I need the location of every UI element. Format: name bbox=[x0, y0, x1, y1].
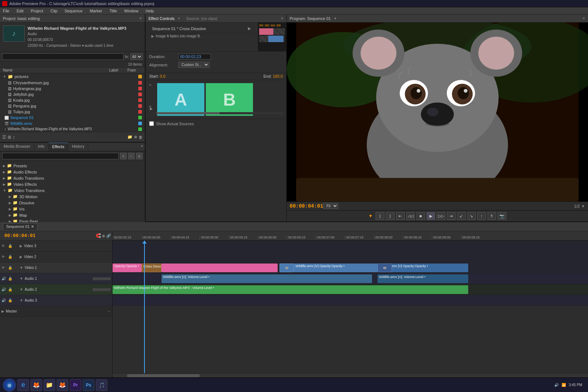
tab-history[interactable]: History bbox=[68, 143, 88, 151]
snap-btn[interactable]: 🧲 bbox=[96, 233, 101, 238]
audio-slider[interactable] bbox=[93, 277, 111, 280]
tree-video-transitions[interactable]: ▼ 📁 Video Transitions bbox=[0, 187, 145, 193]
mute-icon[interactable]: 🔊 bbox=[1, 277, 7, 281]
eye-icon[interactable]: 👁 bbox=[1, 255, 7, 259]
preview-play-icon[interactable]: ▶ bbox=[150, 107, 153, 111]
sequence-01[interactable]: ⬜ Sequence 01 bbox=[0, 115, 145, 121]
lock-icon[interactable]: 🔒 bbox=[8, 277, 13, 281]
clip-audio-wildlife1[interactable]: Wildlife.wmv [A]: Volume:Level • bbox=[162, 274, 372, 283]
effects-menu-btn[interactable]: ≡ bbox=[136, 153, 143, 159]
menu-sequence[interactable]: Sequence bbox=[63, 9, 84, 13]
project-panel-close[interactable]: ✕ bbox=[139, 16, 142, 20]
expand-icon[interactable]: ▼ bbox=[20, 287, 23, 291]
menu-window[interactable]: Window bbox=[123, 9, 140, 13]
lock-icon[interactable]: 🔒 bbox=[8, 244, 13, 248]
timeline-scrollbar[interactable] bbox=[113, 373, 588, 377]
mute-icon[interactable]: 🔊 bbox=[1, 287, 7, 291]
lock-icon[interactable]: 🔒 bbox=[8, 266, 13, 270]
lock-icon[interactable]: 🔒 bbox=[8, 298, 13, 302]
effects-search-input[interactable] bbox=[2, 153, 119, 159]
start-button[interactable]: ⊞ bbox=[3, 379, 16, 392]
step-back-btn[interactable]: ◁◁ bbox=[406, 212, 415, 220]
clip-wildlife-thumb[interactable]: 🐨 bbox=[279, 264, 294, 272]
menu-project[interactable]: Project bbox=[29, 9, 45, 13]
file-chrysanthemum[interactable]: 🖼 Chrysanthemum.jpg bbox=[0, 80, 145, 86]
preview-scrubbar[interactable] bbox=[156, 112, 283, 114]
link-btn[interactable]: 🔗 bbox=[106, 234, 111, 238]
icon-view-btn[interactable]: ⊞ bbox=[8, 135, 11, 140]
expand-icon[interactable]: ▼ bbox=[20, 277, 23, 281]
eye-icon[interactable]: 👁 bbox=[1, 266, 7, 270]
expand-icon[interactable]: ▶ bbox=[1, 309, 4, 313]
list-view-btn[interactable]: ☰ bbox=[2, 135, 6, 140]
alignment-select[interactable]: Custom St... bbox=[178, 62, 209, 68]
menu-marker[interactable]: Marker bbox=[88, 9, 103, 13]
eye-icon[interactable]: 👁 bbox=[1, 244, 7, 248]
tree-map[interactable]: ▶ 📁 Map bbox=[0, 212, 145, 218]
effect-controls-tab[interactable]: Effect Controls bbox=[148, 16, 175, 21]
timeline-tab[interactable]: Sequence 01 ✕ bbox=[3, 223, 37, 230]
file-wagner[interactable]: ♪ Wilhelm Richard Wagner-Flight of the V… bbox=[0, 126, 145, 132]
lock-icon[interactable]: 🔒 bbox=[8, 255, 13, 259]
expand-icon[interactable]: ▼ bbox=[20, 266, 23, 270]
playhead[interactable] bbox=[144, 241, 145, 373]
clip-opacity[interactable]: Opacity:Opacity • bbox=[113, 264, 142, 272]
clip-wildlife2-thumb[interactable]: 🐨 bbox=[377, 264, 392, 272]
folder-pictures[interactable]: ▼ 📁 pictures bbox=[0, 73, 145, 80]
tree-presets[interactable]: ▶ 📁 Presets bbox=[0, 163, 145, 169]
scrollbar-thumb[interactable] bbox=[127, 374, 200, 377]
lift-btn[interactable]: ↑ bbox=[477, 212, 486, 220]
extract-btn[interactable]: ⇑ bbox=[487, 212, 496, 220]
ripple-btn[interactable]: ◉ bbox=[102, 234, 105, 238]
tree-dissolve[interactable]: ▶ 📁 Dissolve bbox=[0, 200, 145, 206]
firefox-button[interactable]: 🦊 bbox=[30, 379, 42, 391]
new-bin-btn[interactable]: 📁 bbox=[127, 135, 132, 139]
tree-audio-transitions[interactable]: ▶ 📁 Audio Transitions bbox=[0, 175, 145, 181]
ps-button[interactable]: Ps bbox=[83, 379, 94, 391]
insert-btn[interactable]: ↙ bbox=[457, 212, 466, 220]
fit-select[interactable]: Fit bbox=[323, 203, 338, 209]
mute-icon[interactable]: 🔊 bbox=[1, 298, 7, 302]
menu-clip[interactable]: Clip bbox=[49, 9, 59, 13]
tree-3d-motion[interactable]: ▶ 📁 3D Motion bbox=[0, 193, 145, 200]
firefox2-button[interactable]: 🦊 bbox=[57, 379, 68, 391]
page-select[interactable]: ▼ bbox=[580, 204, 585, 208]
folder-button[interactable]: 📁 bbox=[44, 379, 55, 391]
project-search-input[interactable] bbox=[2, 53, 123, 60]
timeline-timecode[interactable]: 00:00:04:01 bbox=[1, 233, 38, 238]
step-fwd-btn[interactable]: ▷▷ bbox=[437, 212, 445, 220]
sort-btn[interactable]: ↕ bbox=[13, 135, 15, 140]
tab-media-browser[interactable]: Media Browser bbox=[0, 143, 34, 151]
menu-file[interactable]: File bbox=[1, 9, 11, 13]
menu-title[interactable]: Title bbox=[108, 9, 118, 13]
premiere-button[interactable]: Pr bbox=[70, 379, 81, 391]
audio-slider[interactable] bbox=[93, 288, 111, 291]
in-select[interactable]: All bbox=[130, 53, 143, 60]
delete-custom-bin-btn[interactable]: − bbox=[128, 153, 135, 159]
file-penguins[interactable]: 🖼 Penguins.jpg bbox=[0, 103, 145, 109]
tree-audio-effects[interactable]: ▶ 📁 Audio Effects bbox=[0, 169, 145, 175]
clip-wildlife1[interactable]: Wildlife.wmv [V] Opacity:Opacity • bbox=[294, 264, 377, 272]
go-in-btn[interactable]: ⇤ bbox=[396, 212, 405, 220]
menu-edit[interactable]: Edit bbox=[15, 9, 25, 13]
tab-effects[interactable]: Effects bbox=[49, 143, 68, 151]
tree-video-effects[interactable]: ▶ 📁 Video Effects bbox=[0, 181, 145, 187]
export-frame-btn[interactable]: 📷 bbox=[498, 212, 506, 220]
file-hydrangeas[interactable]: 🖼 Hydrangeas.jpg bbox=[0, 86, 145, 91]
overwrite-btn[interactable]: ↘ bbox=[467, 212, 476, 220]
stop-btn[interactable]: ■ bbox=[416, 212, 425, 220]
expand-icon[interactable]: ▶ bbox=[20, 255, 23, 259]
clip-audio-wildlife2[interactable]: Wildlife.wmv [A]: Volume:Level • bbox=[377, 274, 468, 283]
tree-iris[interactable]: ▶ 📁 Iris bbox=[0, 206, 145, 212]
set-out-btn[interactable]: } bbox=[386, 212, 395, 220]
expand-icon[interactable]: ▶ bbox=[20, 244, 23, 248]
delete-btn[interactable]: 🗑 bbox=[139, 135, 143, 139]
tab-info[interactable]: Info bbox=[34, 143, 48, 151]
expand-icon[interactable]: ▼ bbox=[20, 298, 23, 302]
set-in-btn[interactable]: { bbox=[376, 212, 384, 220]
file-jellyfish[interactable]: 🖼 Jellyfish.jpg bbox=[0, 91, 145, 97]
unknown-button[interactable]: 🎵 bbox=[96, 379, 107, 391]
go-out-btn[interactable]: ⇥ bbox=[447, 212, 456, 220]
show-sources-checkbox[interactable] bbox=[149, 121, 154, 126]
file-wildlife[interactable]: 🎬 Wildlife.wmv bbox=[0, 121, 145, 126]
